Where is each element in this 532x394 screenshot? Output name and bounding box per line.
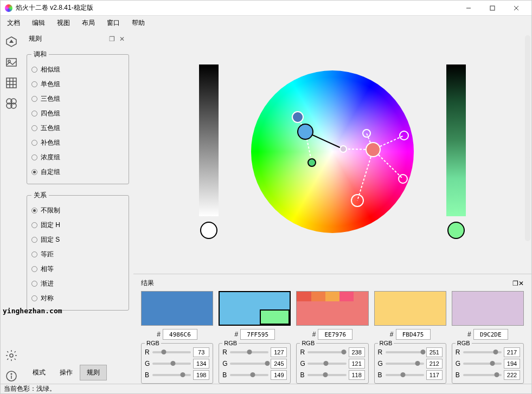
right-gradient[interactable]: [446, 64, 466, 216]
rgb-value-input[interactable]: [504, 347, 520, 357]
rgb-value-input[interactable]: [193, 359, 209, 369]
rgb-slider[interactable]: [307, 351, 346, 353]
menu-edit[interactable]: 编辑: [32, 18, 45, 28]
menu-layout[interactable]: 布局: [82, 18, 95, 28]
wheel-node[interactable]: [399, 131, 409, 140]
left-gradient[interactable]: [199, 64, 219, 216]
rgb-slider[interactable]: [463, 363, 502, 365]
wheel-node[interactable]: [398, 174, 408, 184]
rgb-value-input[interactable]: [426, 370, 443, 380]
harmony-option[interactable]: 五色组: [31, 121, 124, 135]
menu-window[interactable]: 窗口: [107, 18, 120, 28]
rgb-slider[interactable]: [386, 374, 424, 376]
settings-icon[interactable]: [4, 348, 19, 363]
menu-help[interactable]: 帮助: [132, 18, 145, 28]
wheel-node-main[interactable]: [297, 124, 313, 140]
left-swatch[interactable]: [200, 222, 217, 239]
relation-option[interactable]: 等距: [31, 247, 124, 262]
radio-icon: [31, 125, 37, 131]
wheel-node[interactable]: [339, 145, 347, 153]
image-tool-icon[interactable]: [4, 55, 19, 70]
rgb-value-input[interactable]: [193, 370, 209, 380]
hex-input[interactable]: [318, 329, 352, 340]
rgb-slider[interactable]: [152, 363, 191, 365]
rgb-label: RGB: [456, 340, 472, 346]
rgb-slider[interactable]: [152, 374, 191, 376]
wheel-node[interactable]: [366, 142, 381, 157]
radio-icon: [31, 266, 37, 272]
hex-input[interactable]: [163, 329, 197, 340]
rgb-slider[interactable]: [386, 363, 424, 365]
harmony-option[interactable]: 四色组: [31, 106, 124, 121]
wheel-node[interactable]: [307, 158, 316, 167]
harmony-option[interactable]: 自定组: [31, 165, 124, 179]
menu-view[interactable]: 视图: [57, 18, 70, 28]
rgb-value-input[interactable]: [271, 347, 287, 357]
rgb-slider[interactable]: [386, 351, 424, 353]
harmony-option[interactable]: 浓度组: [31, 150, 124, 165]
rgb-value-input[interactable]: [349, 347, 365, 357]
rgb-value-input[interactable]: [193, 347, 209, 357]
rgb-slider[interactable]: [307, 363, 346, 365]
harmony-legend: 调和: [31, 50, 49, 59]
rgb-value-input[interactable]: [271, 359, 287, 369]
color-swatch[interactable]: [374, 291, 446, 326]
color-swatch[interactable]: [141, 291, 213, 326]
maximize-button[interactable]: [482, 2, 503, 15]
harmony-option[interactable]: 三色组: [31, 92, 124, 106]
tab-mode[interactable]: 模式: [25, 365, 53, 380]
rgb-value-input[interactable]: [426, 347, 443, 357]
tab-rules[interactable]: 规则: [80, 365, 107, 380]
hex-input[interactable]: [240, 329, 275, 340]
relation-option[interactable]: 相等: [31, 262, 124, 276]
rgb-slider[interactable]: [307, 374, 346, 376]
relation-option[interactable]: 不限制: [31, 203, 124, 218]
menu-file[interactable]: 文档: [7, 18, 20, 28]
minimize-button[interactable]: [458, 2, 479, 15]
results-popout-icon[interactable]: ❐: [512, 280, 518, 287]
radio-icon: [31, 81, 37, 87]
hex-input[interactable]: [396, 329, 431, 340]
rgb-slider[interactable]: [463, 351, 502, 353]
radio-icon: [31, 295, 37, 301]
harmony-option[interactable]: 相似组: [31, 62, 124, 77]
wheel-tool-icon[interactable]: [4, 34, 19, 49]
panel-popout-icon[interactable]: ❐: [107, 35, 117, 43]
panel-close-icon[interactable]: ✕: [117, 35, 127, 43]
color-swatch[interactable]: [296, 291, 368, 326]
hex-input[interactable]: [473, 329, 508, 340]
color-wheel[interactable]: [251, 70, 414, 233]
info-icon[interactable]: [4, 369, 19, 384]
grid-tool-icon[interactable]: [4, 75, 19, 91]
wheel-node[interactable]: [292, 111, 304, 123]
tab-operation[interactable]: 操作: [53, 365, 80, 380]
rgb-slider[interactable]: [230, 363, 268, 365]
results-close-icon[interactable]: ✕: [518, 280, 524, 287]
wheel-node[interactable]: [362, 129, 371, 138]
rgb-slider[interactable]: [152, 351, 191, 353]
wheel-node[interactable]: [351, 194, 364, 207]
color-swatch[interactable]: [452, 291, 524, 326]
rgb-value-input[interactable]: [504, 359, 520, 369]
results-scrollbar[interactable]: [525, 49, 530, 158]
relation-option[interactable]: 对称: [31, 291, 124, 306]
harmony-option[interactable]: 补色组: [31, 135, 124, 150]
relation-option[interactable]: 固定 S: [31, 232, 124, 247]
board-tool-icon[interactable]: [4, 96, 19, 111]
radio-icon: [31, 222, 37, 228]
rgb-value-input[interactable]: [426, 359, 443, 369]
color-swatch[interactable]: [219, 291, 291, 326]
rgb-value-input[interactable]: [504, 370, 520, 380]
rgb-value-input[interactable]: [271, 370, 287, 380]
harmony-option[interactable]: 单色组: [31, 77, 124, 92]
rgb-value-input[interactable]: [349, 370, 365, 380]
rgb-slider[interactable]: [230, 351, 268, 353]
relation-option[interactable]: 固定 H: [31, 218, 124, 232]
relation-option[interactable]: 渐进: [31, 276, 124, 291]
close-button[interactable]: [505, 2, 527, 15]
status-label: 当前色彩：: [4, 384, 36, 393]
rgb-slider[interactable]: [463, 374, 502, 376]
right-swatch[interactable]: [447, 222, 465, 239]
rgb-value-input[interactable]: [349, 359, 365, 369]
rgb-slider[interactable]: [230, 374, 268, 376]
